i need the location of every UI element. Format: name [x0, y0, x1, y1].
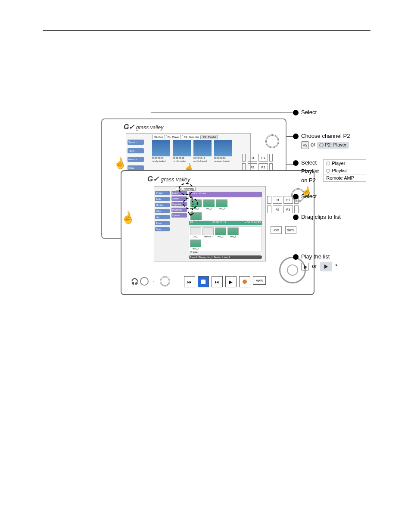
clips-properties[interactable]: Properties [171, 208, 187, 212]
tab-p1[interactable]: P1: Player [166, 135, 181, 139]
channel-button-grid: R1 P1 R2 P2 [242, 154, 274, 171]
headphone-icon: 🎧 [131, 278, 138, 285]
sidebar-monitor[interactable]: Monitor [155, 203, 170, 207]
p2-timecode-bar: P2: 00:00:01;19 = 00:00:01;35 [189, 221, 262, 225]
p2-tc1: 00:00:01;19 [212, 221, 226, 225]
knob-icon[interactable] [265, 134, 279, 148]
led-icon [294, 205, 299, 213]
bullet-icon [293, 254, 299, 260]
menu-item-remote-amp[interactable]: Remote AMP [324, 174, 366, 181]
pane-r1: 00:29:58;19no clip loaded [152, 140, 170, 162]
led-icon [267, 205, 271, 213]
clip-thumb[interactable]: test_3 [216, 199, 227, 210]
sidebar-tools[interactable]: Tools [155, 197, 170, 201]
left-sidebar: System Tools Monitor Clips List Event Go… [155, 191, 170, 233]
p2-button[interactable]: P2 [283, 205, 293, 213]
context-menu: Player Playlist Remote AMP [323, 159, 366, 182]
sidebar-list[interactable]: List [155, 215, 170, 219]
r2-button[interactable]: R2 [273, 205, 282, 213]
p2-key-icon: P2 [301, 141, 309, 149]
sidebar-event[interactable]: Event [155, 221, 170, 225]
record-button[interactable] [239, 276, 250, 287]
sidebar-system[interactable]: System [128, 140, 144, 145]
led-icon [242, 154, 246, 162]
stop-button[interactable] [198, 276, 209, 287]
callout-drag-clips: Drag clips to list [293, 214, 341, 221]
callout-select-clips: Select [293, 193, 317, 200]
fastforward-button[interactable]: ⏭ [212, 276, 223, 287]
tab-r2[interactable]: R2: Recorder [182, 135, 201, 139]
play-key-icon [301, 263, 309, 271]
list-item[interactable]: List_1 [190, 227, 201, 238]
device-front-panel: G✓ grass valley R3: Recorder System Tool… [121, 170, 314, 295]
callout-select-playlist: Select Playlist on P2 ☝ Player Playlist … [293, 159, 366, 196]
p1-button[interactable]: P1 [283, 196, 293, 204]
clip-browser: test_1 test_2 test_3 List_2 [189, 198, 262, 220]
sidebar-goto[interactable]: Goto [155, 227, 170, 231]
p2-player-tag: P2: Player [317, 142, 349, 149]
bullet-icon [293, 160, 299, 166]
drag-arrow-icon [185, 192, 198, 222]
list-item[interactable]: Section 1 [202, 227, 214, 238]
brand-logo: G✓ grass valley [124, 123, 163, 131]
p2-tc2: = 00:00:01;35 [245, 221, 261, 225]
callout-choose-p2: Choose channel P2 P2 or P2: Player [293, 133, 350, 149]
callout-select-monitor: Select [293, 109, 317, 116]
bullet-icon [293, 194, 299, 199]
channel-tabs: R1: Rec P1: Player R2: Recorder P2: Play… [152, 135, 218, 139]
sidebar-tools[interactable]: Tools [128, 148, 144, 153]
leader-line [151, 112, 296, 112]
rewind-button[interactable]: ⏮ [184, 276, 195, 287]
status-bar: Player 2: Playing: List_1: Section 1: te… [189, 255, 262, 259]
pane-r2: 00:29:58;19no clip loaded [193, 140, 212, 162]
list-item[interactable]: test_2 [215, 227, 226, 238]
var-button[interactable]: VAR [253, 276, 266, 285]
clips-options[interactable]: Options [171, 213, 187, 218]
sidebar-clips[interactable]: Clips [155, 209, 170, 213]
p1-button[interactable]: P1 [258, 154, 268, 162]
clip-thumb[interactable]: test_2 [203, 199, 215, 210]
volume-dial[interactable] [140, 277, 149, 286]
pane-p1: 00:29:58;19no clip loaded [173, 140, 191, 162]
jog-shtl-buttons: JOG SHTL [271, 226, 296, 234]
dial-icon[interactable] [160, 276, 170, 286]
brand-logo: G✓ grass valley [147, 174, 190, 184]
page-rule [43, 30, 371, 31]
headphone-controls: 🎧 → [131, 276, 170, 286]
play-soft-button-icon [320, 262, 332, 271]
list-item[interactable]: test_3 [190, 240, 201, 250]
bullet-icon [293, 134, 299, 139]
led-icon [269, 154, 273, 162]
jog-button[interactable]: JOG [271, 226, 282, 234]
bullet-icon [293, 110, 299, 115]
lookin-bar[interactable]: Look in V:/def... [189, 192, 262, 197]
bullet-icon [293, 215, 299, 220]
callout-play-list: Play the list or * [293, 253, 337, 271]
shtl-button[interactable]: SHTL [285, 226, 296, 234]
menu-item-player[interactable]: Player [324, 160, 366, 167]
tab-r1[interactable]: R1: Rec [152, 135, 165, 139]
tab-p2[interactable]: P2: Playlist [202, 135, 218, 139]
list-item[interactable]: test_1 [227, 227, 239, 238]
playlist-screen: R3: Recorder System Tools Monitor Clips … [154, 186, 266, 261]
sidebar-monitor[interactable]: Monitor [128, 157, 144, 162]
arrow-icon: → [150, 279, 155, 284]
diagram: G✓ grass valley R1: Rec P1: Player R2: R… [95, 108, 396, 297]
led-icon [267, 196, 271, 204]
monitor-panes: 00:29:58;19no clip loaded 00:29:58;19no … [152, 140, 232, 162]
r1-button[interactable]: R1 [248, 154, 257, 162]
pane-p2: 00:00:00;00no event loaded [214, 140, 232, 162]
menu-item-playlist[interactable]: Playlist [324, 167, 366, 174]
left-sidebar: System Tools Monitor Clips [128, 140, 144, 174]
r1-button[interactable]: R1 [273, 196, 282, 204]
sidebar-system[interactable]: System [155, 191, 170, 195]
transport-controls: ⏮ ⏭ ▶ VAR [184, 276, 266, 287]
play-button[interactable]: ▶ [225, 276, 237, 287]
loop-toggle[interactable]: ☐ Loop [189, 251, 262, 253]
playlist-area[interactable]: List_1 Section 1 test_2 test_1 test_3 ☐ … [189, 226, 262, 251]
